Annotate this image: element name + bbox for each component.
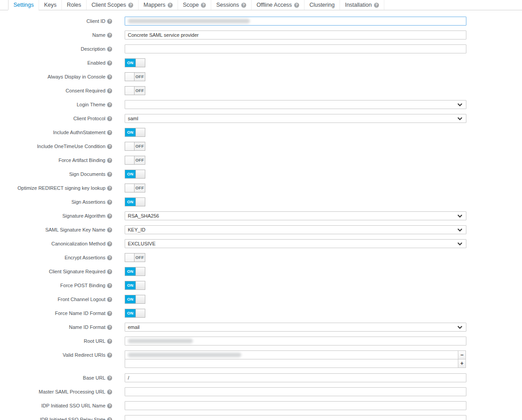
master-saml-processing-url-input[interactable]: [125, 387, 466, 396]
field-label: Force Name ID Format: [55, 309, 105, 318]
enabled-toggle[interactable]: ON: [125, 58, 145, 67]
name-id-format-select[interactable]: email: [125, 323, 466, 332]
include-onetimeuse-toggle[interactable]: OFF: [125, 142, 145, 151]
base-url-input[interactable]: [125, 373, 466, 382]
help-icon[interactable]: ?: [294, 3, 299, 8]
toggle-handle: [135, 309, 145, 317]
chevron-down-icon: [457, 326, 462, 329]
signature-algorithm-select[interactable]: RSA_SHA256: [125, 211, 466, 220]
saml-signature-key-name-select[interactable]: KEY_ID: [125, 225, 466, 234]
encrypt-assertions-toggle[interactable]: OFF: [125, 253, 145, 262]
help-icon[interactable]: ?: [107, 130, 112, 135]
tab-settings[interactable]: Settings: [8, 0, 39, 10]
form-row-saml-signature-key-name: SAML Signature Key Name? KEY_ID: [0, 225, 522, 234]
help-icon[interactable]: ?: [241, 3, 246, 8]
tab-installation[interactable]: Installation?: [339, 0, 384, 10]
sign-assertions-toggle[interactable]: ON: [125, 197, 145, 206]
help-icon[interactable]: ?: [107, 19, 112, 24]
redirect-uri-input-new[interactable]: [125, 359, 458, 368]
front-channel-logout-toggle[interactable]: ON: [125, 295, 145, 304]
redacted-value: [128, 339, 193, 343]
tab-keys[interactable]: Keys: [39, 0, 61, 10]
force-artifact-binding-toggle[interactable]: OFF: [125, 156, 145, 165]
force-post-binding-toggle[interactable]: ON: [125, 281, 145, 290]
help-icon[interactable]: ?: [107, 116, 112, 121]
help-icon[interactable]: ?: [107, 417, 112, 420]
tab-roles[interactable]: Roles: [61, 0, 86, 10]
idp-initiated-sso-relay-state-input[interactable]: [125, 415, 466, 420]
tab-offline-access[interactable]: Offline Access?: [251, 0, 304, 10]
help-icon[interactable]: ?: [107, 47, 112, 52]
tab-client-scopes[interactable]: Client Scopes?: [86, 0, 138, 10]
field-label: Always Display in Console: [48, 72, 105, 81]
help-icon[interactable]: ?: [107, 389, 112, 394]
field-label: Client Signature Required: [49, 267, 105, 276]
field-label: Client Protocol: [73, 114, 105, 123]
help-icon[interactable]: ?: [107, 376, 112, 381]
help-icon[interactable]: ?: [107, 186, 112, 191]
help-icon[interactable]: ?: [168, 3, 173, 8]
help-icon[interactable]: ?: [107, 403, 112, 408]
help-icon[interactable]: ?: [128, 3, 133, 8]
help-icon[interactable]: ?: [107, 353, 112, 358]
idp-initiated-sso-url-name-input[interactable]: [125, 401, 466, 410]
help-icon[interactable]: ?: [107, 33, 112, 38]
help-icon[interactable]: ?: [107, 269, 112, 274]
selected-value: EXCLUSIVE: [128, 241, 156, 246]
help-icon[interactable]: ?: [107, 102, 112, 107]
help-icon[interactable]: ?: [107, 283, 112, 288]
name-input[interactable]: [125, 31, 466, 39]
optimize-redirect-lookup-toggle[interactable]: OFF: [125, 184, 145, 192]
tab-mappers[interactable]: Mappers?: [138, 0, 178, 10]
help-icon[interactable]: ?: [107, 297, 112, 302]
tab-clustering[interactable]: Clustering: [304, 0, 339, 10]
toggle-handle: [135, 295, 145, 303]
redirect-uri-input[interactable]: [125, 350, 458, 359]
field-label: IDP Initiated SSO Relay State: [40, 415, 105, 420]
field-label: Client ID: [87, 17, 105, 26]
help-icon[interactable]: ?: [107, 311, 112, 316]
help-icon[interactable]: ?: [374, 3, 379, 8]
help-icon[interactable]: ?: [107, 228, 112, 232]
root-url-input[interactable]: [125, 337, 466, 346]
add-uri-button[interactable]: +: [458, 359, 466, 368]
tab-label: Scope: [183, 2, 199, 8]
form-row-sign-documents: Sign Documents? ON: [0, 170, 522, 179]
include-authn-statement-toggle[interactable]: ON: [125, 128, 145, 137]
canonicalization-method-select[interactable]: EXCLUSIVE: [125, 239, 466, 248]
help-icon[interactable]: ?: [107, 255, 112, 260]
help-icon[interactable]: ?: [107, 214, 112, 219]
toggle-state-label: ON: [125, 267, 135, 276]
field-label: Sign Assertions: [71, 197, 105, 206]
tab-scope[interactable]: Scope?: [178, 0, 211, 10]
client-signature-required-toggle[interactable]: ON: [125, 267, 145, 276]
redirect-uri-row: −: [125, 350, 466, 359]
help-icon[interactable]: ?: [107, 339, 112, 344]
field-label: Sign Documents: [69, 170, 105, 179]
help-icon[interactable]: ?: [201, 3, 206, 8]
help-icon[interactable]: ?: [107, 241, 112, 246]
redirect-uri-row: +: [125, 359, 466, 368]
login-theme-select[interactable]: [125, 100, 466, 109]
description-input[interactable]: [125, 44, 466, 53]
help-icon[interactable]: ?: [107, 200, 112, 205]
remove-uri-button[interactable]: −: [458, 350, 466, 359]
help-icon[interactable]: ?: [107, 158, 112, 163]
form-row-force-name-id-format: Force Name ID Format? ON: [0, 309, 522, 318]
force-name-id-format-toggle[interactable]: ON: [125, 309, 145, 318]
help-icon[interactable]: ?: [107, 325, 112, 330]
client-protocol-select[interactable]: saml: [125, 114, 466, 123]
sign-documents-toggle[interactable]: ON: [125, 170, 145, 179]
tab-sessions[interactable]: Sessions?: [211, 0, 251, 10]
form-row-include-onetimeuse: Include OneTimeUse Condition? OFF: [0, 142, 522, 151]
consent-required-toggle[interactable]: OFF: [125, 86, 145, 95]
help-icon[interactable]: ?: [107, 74, 112, 79]
always-display-toggle[interactable]: OFF: [125, 72, 145, 81]
help-icon[interactable]: ?: [107, 88, 112, 93]
form-row-force-post-binding: Force POST Binding? ON: [0, 281, 522, 290]
help-icon[interactable]: ?: [107, 144, 112, 149]
toggle-state-label: OFF: [135, 87, 145, 95]
help-icon[interactable]: ?: [107, 61, 112, 66]
client-id-input[interactable]: [125, 17, 466, 26]
help-icon[interactable]: ?: [107, 172, 112, 177]
